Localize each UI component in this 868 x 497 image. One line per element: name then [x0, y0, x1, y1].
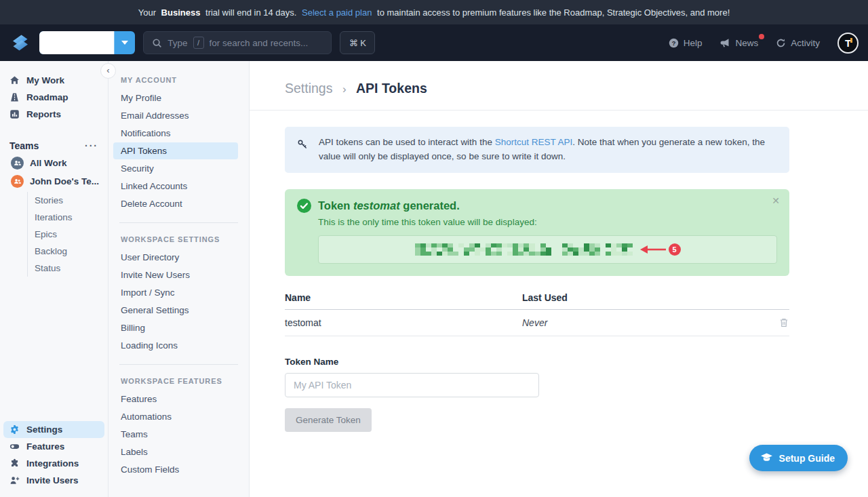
settings-nav-import-sync[interactable]: Import / Sync [113, 284, 238, 301]
breadcrumb: Settings › API Tokens [250, 61, 868, 111]
settings-nav-custom-fields[interactable]: Custom Fields [113, 461, 238, 478]
search-input[interactable]: Type / for search and recents... [143, 31, 332, 54]
activity-label: Activity [791, 38, 820, 48]
section-header-my-account: My Account [121, 76, 238, 84]
help-button[interactable]: ? Help [669, 38, 703, 48]
search-icon [152, 38, 162, 48]
activity-sync-icon [776, 38, 786, 48]
settings-nav-user-directory[interactable]: User Directory [113, 249, 238, 266]
bar-chart-icon [9, 109, 20, 119]
banner-plan-name: Business [161, 7, 201, 18]
banner-text: Your [138, 7, 159, 18]
redacted-token-value [415, 243, 633, 256]
slash-key-badge: / [193, 37, 204, 49]
section-header-workspace-settings: Workspace Settings [121, 235, 238, 243]
settings-nav-teams[interactable]: Teams [113, 426, 238, 443]
teams-header-label: Teams [9, 140, 39, 151]
team-sub-nav: Stories Iterations Epics Backlog Status [27, 192, 108, 277]
settings-sidebar: My Account My Profile Email Addresses No… [108, 61, 250, 497]
settings-nav-my-profile[interactable]: My Profile [113, 90, 238, 106]
tokens-table: Name Last Used testomat Never [285, 292, 789, 336]
toggle-icon [9, 441, 20, 452]
news-notification-dot [759, 34, 764, 39]
token-value-box: 5 [318, 235, 777, 264]
sidebar-item-integrations[interactable]: Integrations [3, 455, 104, 472]
settings-nav-delete-account[interactable]: Delete Account [113, 195, 238, 212]
create-story-split-button[interactable]: Create Story [39, 31, 135, 54]
graduation-cap-icon [760, 452, 773, 464]
close-icon[interactable]: ✕ [772, 195, 780, 206]
settings-nav-security[interactable]: Security [113, 160, 238, 177]
annotation-badge: 5 [669, 243, 681, 256]
divider [119, 222, 238, 223]
settings-nav-automations[interactable]: Automations [113, 408, 238, 425]
settings-nav-general-settings[interactable]: General Settings [113, 302, 238, 319]
breadcrumb-separator: › [342, 83, 347, 96]
team-label: All Work [30, 158, 67, 168]
sidebar-item-stories[interactable]: Stories [28, 192, 108, 209]
token-generated-alert: ✕ Token testomat generated. This is the … [285, 189, 789, 276]
settings-nav-features[interactable]: Features [113, 391, 238, 407]
settings-nav-linked-accounts[interactable]: Linked Accounts [113, 178, 238, 195]
generate-token-button[interactable]: Generate Token [285, 408, 372, 432]
puzzle-icon [9, 458, 20, 469]
select-paid-plan-link[interactable]: Select a paid plan [302, 7, 372, 18]
sidebar-item-settings[interactable]: Settings [3, 421, 104, 438]
settings-nav-invite-new-users[interactable]: Invite New Users [113, 266, 238, 283]
sidebar-item-my-work[interactable]: My Work [0, 72, 108, 89]
help-label: Help [684, 38, 703, 48]
news-label: News [735, 38, 758, 48]
sidebar-item-iterations[interactable]: Iterations [28, 209, 108, 226]
setup-guide-button[interactable]: Setup Guide [749, 445, 848, 471]
sidebar-item-label: Settings [26, 424, 62, 435]
news-button[interactable]: News [719, 37, 758, 48]
user-avatar[interactable]: T [837, 33, 859, 54]
api-tokens-info-box: API tokens can be used to interact with … [285, 127, 789, 173]
table-header-last-used: Last Used [522, 292, 789, 303]
check-circle-icon [297, 199, 311, 213]
sidebar-team-john-does-team[interactable]: John Doe's Te... [0, 172, 108, 191]
question-circle-icon: ? [669, 38, 679, 48]
search-shortcut-badge[interactable]: ⌘ K [340, 31, 375, 54]
alert-title: Token testomat generated. [318, 199, 460, 212]
banner-text: trial will end in 14 days. [203, 7, 299, 18]
sidebar-item-features[interactable]: Features [3, 438, 104, 455]
shortcut-rest-api-link[interactable]: Shortcut REST API [495, 137, 573, 147]
primary-sidebar: My Work Roadmap Reports Teams ··· [0, 61, 108, 497]
settings-nav-email-addresses[interactable]: Email Addresses [113, 107, 238, 124]
sidebar-item-roadmap[interactable]: Roadmap [0, 89, 108, 106]
settings-nav-loading-icons[interactable]: Loading Icons [113, 337, 238, 354]
sidebar-item-invite-users[interactable]: Invite Users [3, 472, 104, 489]
sidebar-item-status[interactable]: Status [28, 260, 108, 277]
activity-button[interactable]: Activity [776, 38, 820, 48]
settings-nav-labels[interactable]: Labels [113, 443, 238, 460]
settings-nav-api-tokens[interactable]: API Tokens [113, 142, 238, 159]
create-story-button[interactable]: Create Story [39, 31, 114, 54]
sidebar-item-epics[interactable]: Epics [28, 226, 108, 243]
teams-more-icon[interactable]: ··· [85, 143, 98, 148]
sidebar-item-label: My Work [26, 75, 64, 85]
breadcrumb-settings[interactable]: Settings [285, 81, 332, 96]
info-text: API tokens can be used to interact with … [319, 136, 777, 164]
token-name-label: Token Name [285, 357, 789, 367]
main-content: Settings › API Tokens API tokens can be … [250, 61, 868, 497]
settings-nav-billing[interactable]: Billing [113, 319, 238, 336]
token-last-used-cell: Never [522, 317, 778, 328]
sidebar-item-label: Reports [26, 109, 61, 119]
sidebar-item-backlog[interactable]: Backlog [28, 243, 108, 260]
alert-title-suffix: generated. [400, 199, 460, 212]
delete-token-button[interactable] [778, 317, 789, 328]
sidebar-item-reports[interactable]: Reports [0, 106, 108, 123]
team-label: John Doe's Te... [30, 176, 99, 186]
key-icon [297, 139, 309, 151]
people-icon [13, 177, 22, 186]
sidebar-collapse-button[interactable]: ‹ [100, 63, 116, 79]
sidebar-team-all-work[interactable]: All Work [0, 154, 108, 172]
avatar-accent-mark [850, 38, 852, 43]
info-text-before: API tokens can be used to interact with … [319, 137, 495, 147]
token-name-input[interactable] [285, 373, 539, 397]
settings-nav-notifications[interactable]: Notifications [113, 125, 238, 142]
home-icon [9, 75, 20, 85]
create-story-dropdown-button[interactable] [114, 31, 135, 54]
shortcut-logo-icon[interactable] [9, 32, 31, 54]
